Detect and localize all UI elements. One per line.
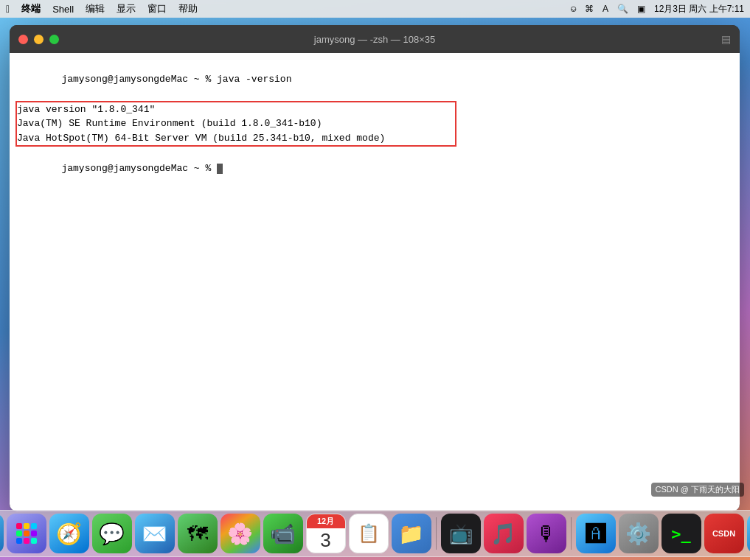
terminal-line-prompt2: jamysong@jamysongdeMac ~ % xyxy=(15,147,734,190)
dock-icon-facetime[interactable]: 📹 xyxy=(263,514,303,553)
terminal-content[interactable]: jamysong@jamysongdeMac ~ % java -version… xyxy=(10,53,740,511)
dock-icon-maps[interactable]: 🗺 xyxy=(178,514,218,553)
dock-icon-music[interactable]: 🎵 xyxy=(484,514,524,553)
dock-icon-calendar[interactable]: 12月 3 xyxy=(306,514,346,553)
dock-icon-mail[interactable]: ✉️ xyxy=(135,514,175,553)
dock-icon-appstore[interactable]: 🅰 xyxy=(576,514,616,553)
dock-container: 🗂 🧭 💬 ✉️ 🗺 🌸 📹 xyxy=(0,503,750,560)
terminal-line-version1: java version "1.8.0_341" xyxy=(17,102,455,117)
dock-icon-finder[interactable]: 🗂 xyxy=(0,514,4,553)
minimize-button[interactable] xyxy=(34,35,44,44)
menubar-view[interactable]: 显示 xyxy=(117,2,136,15)
prompt2-text: jamysong@jamysongdeMac ~ % xyxy=(61,163,217,174)
dock-icon-appletv[interactable]: 📺 xyxy=(441,514,481,553)
menubar:  终端 Shell 编辑 显示 窗口 帮助 ⎉ ⌘ A 🔍 ▣ 12月3日 周… xyxy=(0,0,750,18)
terminal-titlebar: jamysong — -zsh — 108×35 ▤ xyxy=(10,25,740,53)
menubar-terminal[interactable]: 终端 xyxy=(21,2,41,15)
dock-icon-photos[interactable]: 🌸 xyxy=(221,514,260,553)
dock-icon-safari[interactable]: 🧭 xyxy=(49,514,89,553)
terminal-line-prompt1: jamysong@jamysongdeMac ~ % java -version xyxy=(15,57,734,101)
watermark: CSDN @ 下雨天的大阳 xyxy=(651,483,744,497)
terminal-line-version3: Java HotSpot(TM) 64-Bit Server VM (build… xyxy=(17,131,455,146)
scroll-icon: ▤ xyxy=(721,33,731,45)
dock-icon-settings[interactable]: ⚙️ xyxy=(619,514,659,553)
dock-icon-reminders[interactable]: 📋 xyxy=(349,514,389,553)
battery-icon[interactable]: ▣ xyxy=(637,4,645,14)
menubar-shell[interactable]: Shell xyxy=(52,4,74,15)
dock-icon-files[interactable]: 📁 xyxy=(392,514,431,553)
wifi-icon[interactable]: ⌘ xyxy=(585,4,594,14)
text-input-icon[interactable]: A xyxy=(603,4,608,14)
dock-icon-csdn[interactable]: CSDN xyxy=(704,514,744,553)
apple-menu[interactable]:  xyxy=(6,3,10,15)
search-icon[interactable]: 🔍 xyxy=(617,4,628,14)
screen-mirror-icon[interactable]: ⎉ xyxy=(571,4,576,14)
dock-icon-podcasts[interactable]: 🎙 xyxy=(527,514,566,553)
menubar-edit[interactable]: 编辑 xyxy=(86,2,105,15)
traffic-lights xyxy=(18,35,59,44)
dock-icon-user[interactable]: 🖥 xyxy=(747,514,751,553)
dock-icon-launchpad[interactable] xyxy=(7,514,46,553)
cursor xyxy=(217,164,223,174)
terminal-title: jamysong — -zsh — 108×35 xyxy=(314,34,435,45)
terminal-window: jamysong — -zsh — 108×35 ▤ jamysong@jamy… xyxy=(10,25,740,511)
menubar-right: ⎉ ⌘ A 🔍 ▣ 12月3日 周六 上午7:11 xyxy=(571,3,744,15)
prompt-text: jamysong@jamysongdeMac ~ % java -version xyxy=(61,74,291,85)
desktop: jamysong — -zsh — 108×35 ▤ jamysong@jamy… xyxy=(0,18,750,503)
menubar-help[interactable]: 帮助 xyxy=(178,2,198,15)
terminal-line-version2: Java(TM) SE Runtime Environment (build 1… xyxy=(17,116,455,131)
menubar-window[interactable]: 窗口 xyxy=(147,2,167,15)
dock-separator xyxy=(436,517,437,550)
clock: 12月3日 周六 上午7:11 xyxy=(654,3,744,15)
maximize-button[interactable] xyxy=(49,35,59,44)
dock-separator2 xyxy=(571,517,572,550)
dock: 🗂 🧭 💬 ✉️ 🗺 🌸 📹 xyxy=(0,510,750,557)
dock-icon-messages[interactable]: 💬 xyxy=(92,514,132,553)
dock-icon-terminal[interactable]: >_ xyxy=(662,514,701,553)
close-button[interactable] xyxy=(18,35,28,44)
